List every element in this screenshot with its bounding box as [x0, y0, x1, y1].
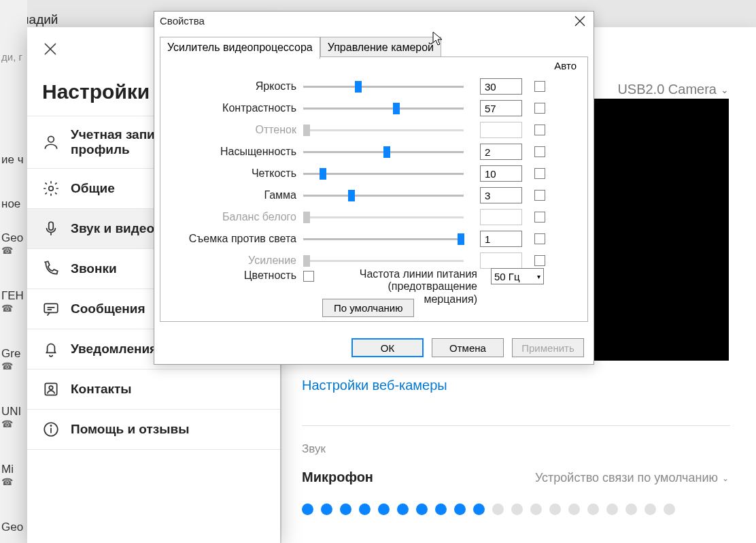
level-dot	[416, 504, 428, 515]
property-auto-checkbox[interactable]	[534, 146, 545, 157]
microphone-device-select[interactable]: Устройство связи по умолчанию ⌄	[535, 471, 729, 485]
tab-video-proc-amp[interactable]: Усилитель видеопроцессора	[160, 37, 320, 59]
property-row: Яркость	[160, 76, 587, 97]
property-row: Контрастность	[160, 98, 587, 118]
property-slider[interactable]	[303, 151, 464, 153]
level-dot	[321, 504, 332, 515]
property-row: Насыщенность	[160, 142, 587, 162]
property-row: Оттенок	[160, 120, 587, 140]
level-dot	[454, 504, 466, 515]
property-label: Контрастность	[160, 102, 303, 114]
level-dot	[302, 504, 313, 515]
camera-preview	[589, 99, 729, 361]
dialog-close-button[interactable]	[573, 14, 587, 28]
slider-thumb[interactable]	[320, 168, 326, 180]
bell-icon	[42, 340, 60, 358]
close-icon	[42, 41, 58, 57]
color-enable-checkbox[interactable]	[303, 271, 314, 282]
level-dot	[587, 504, 599, 515]
nav-label: Звук и видео	[71, 221, 154, 236]
gear-icon	[42, 180, 60, 197]
svg-point-7	[49, 386, 52, 389]
color-enable-label: Цветность	[160, 268, 303, 282]
slider-thumb[interactable]	[348, 190, 355, 201]
ok-button[interactable]: ОК	[351, 338, 424, 357]
property-row: Гамма	[160, 185, 587, 205]
property-slider[interactable]	[303, 195, 464, 197]
nav-item-help-feedback[interactable]: Помощь и отзывы	[27, 409, 280, 450]
level-dot	[625, 504, 637, 515]
nav-label: Звонки	[71, 261, 117, 276]
property-auto-checkbox[interactable]	[534, 125, 545, 135]
microphone-level-meter	[302, 504, 675, 515]
property-slider	[303, 260, 464, 262]
nav-label: Контакты	[71, 382, 132, 397]
slider-thumb[interactable]	[458, 233, 464, 245]
bg-contact-6: Mi☎	[1, 463, 14, 487]
svg-point-3	[49, 186, 54, 191]
property-label: Гамма	[160, 189, 303, 201]
property-auto-checkbox[interactable]	[534, 168, 545, 179]
property-auto-checkbox[interactable]	[534, 190, 545, 201]
sound-section-label: Звук	[302, 442, 326, 456]
slider-thumb[interactable]	[355, 81, 362, 93]
bg-search-hint: ди, г	[1, 51, 22, 63]
slider-thumb[interactable]	[393, 103, 400, 114]
property-value-input[interactable]	[480, 187, 522, 203]
chat-icon	[42, 300, 60, 318]
slider-thumb	[303, 255, 310, 267]
property-value-input[interactable]	[480, 231, 522, 247]
slider-thumb[interactable]	[383, 146, 390, 158]
nav-item-contacts[interactable]: Контакты	[27, 369, 280, 409]
restore-defaults-button[interactable]: По умолчанию	[322, 299, 414, 317]
bg-contact-2: Geo☎	[1, 231, 23, 256]
slider-thumb	[303, 125, 310, 136]
property-value-input[interactable]	[480, 100, 522, 116]
info-icon	[42, 421, 60, 438]
svg-point-10	[50, 425, 51, 426]
phone-icon	[42, 260, 60, 278]
level-dot	[606, 504, 618, 515]
level-dot	[492, 504, 504, 515]
close-settings-button[interactable]	[42, 41, 58, 57]
property-slider[interactable]	[303, 173, 464, 175]
user-icon	[42, 133, 60, 151]
close-icon	[573, 14, 587, 28]
property-row: Съемка против света	[160, 229, 587, 249]
property-auto-checkbox[interactable]	[534, 255, 545, 266]
property-value-input	[480, 252, 522, 269]
property-value-input[interactable]	[480, 78, 522, 95]
apply-button[interactable]: Применить	[512, 338, 584, 357]
svg-point-2	[48, 136, 54, 142]
bg-contact-3: ГЕН☎	[1, 289, 24, 314]
level-dot	[511, 504, 523, 515]
level-dot	[473, 504, 485, 515]
property-label: Четкость	[160, 167, 303, 180]
property-value-input[interactable]	[480, 165, 522, 182]
powerline-freq-select[interactable]: 50 Гц ▾	[491, 268, 544, 284]
level-dot	[378, 504, 390, 515]
level-dot	[645, 504, 656, 515]
camera-device-select[interactable]: USB2.0 Camera ⌄	[617, 82, 729, 97]
property-slider	[303, 129, 464, 131]
svg-rect-5	[44, 303, 58, 312]
cancel-button[interactable]: Отмена	[432, 338, 504, 357]
property-auto-checkbox[interactable]	[534, 81, 545, 92]
property-label: Оттенок	[160, 124, 303, 136]
property-auto-checkbox[interactable]	[534, 212, 545, 223]
webcam-settings-link[interactable]: Настройки веб-камеры	[302, 378, 447, 393]
property-label: Съемка против света	[160, 233, 303, 245]
property-slider[interactable]	[303, 238, 464, 240]
property-value-input	[480, 209, 522, 225]
property-auto-checkbox[interactable]	[534, 233, 545, 244]
nav-label: Уведомления	[71, 342, 157, 357]
property-value-input[interactable]	[480, 144, 522, 160]
property-slider[interactable]	[303, 86, 464, 88]
property-slider[interactable]	[303, 108, 464, 110]
level-dot	[664, 504, 675, 515]
chevron-down-icon: ⌄	[722, 474, 729, 483]
level-dot	[340, 504, 351, 515]
property-auto-checkbox[interactable]	[534, 103, 545, 114]
property-label: Баланс белого	[160, 211, 303, 223]
microphone-icon	[42, 220, 60, 237]
